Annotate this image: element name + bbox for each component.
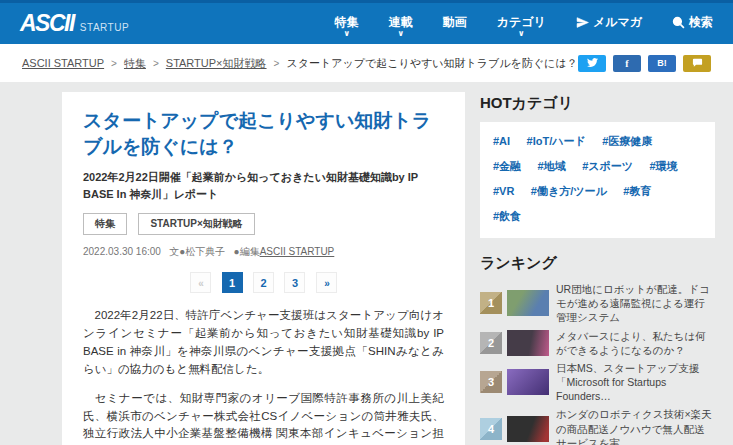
article-title: スタートアップで起こりやすい知財トラブルを防ぐには？	[83, 108, 444, 160]
nav-item-category[interactable]: カテゴリ ∨	[497, 14, 546, 33]
ranking-heading: ランキング	[480, 254, 715, 273]
breadcrumb-series[interactable]: STARTUP×知財戦略	[166, 56, 267, 71]
nav-item-tokushu[interactable]: 特集 ∨	[335, 14, 359, 33]
share-buttons: f B!	[578, 55, 711, 72]
ranking-item-3[interactable]: 3 日本MS、スタートアップ支援「Microsoft for Startups …	[480, 361, 715, 404]
hashtag-iot-hard[interactable]: #IoT/ハード	[527, 134, 586, 149]
hashtag-food[interactable]: #飲食	[493, 209, 521, 224]
article-card: スタートアップで起こりやすい知財トラブルを防ぐには？ 2022年2月22日開催「…	[62, 92, 465, 445]
ascii-startup-logo[interactable]: ASCII STARTUP	[20, 10, 129, 37]
hashtag-vr[interactable]: #VR	[493, 185, 514, 197]
breadcrumb-separator: >	[274, 58, 280, 69]
twitter-bird-icon	[587, 57, 598, 70]
editor-link[interactable]: ASCII STARTUP	[260, 246, 335, 257]
editor-prefix: ●編集	[234, 246, 260, 257]
sidebar: HOTカテゴリ #AI #IoT/ハード #医療健康 #金融 #地域 #スポーツ…	[480, 92, 715, 445]
rank-badge: 1	[480, 292, 502, 314]
tag-startup-chizai[interactable]: STARTUP×知財戦略	[138, 213, 254, 235]
hashtag-environment[interactable]: #環境	[650, 159, 678, 174]
hashtag-medical[interactable]: #医療健康	[602, 134, 652, 149]
breadcrumb-home[interactable]: ASCII STARTUP	[22, 57, 104, 69]
article-paragraph: 2022年2月22日、特許庁ベンチャー支援班はスタートアップ向けオンラインセミナ…	[83, 307, 444, 378]
ranking-thumbnail	[507, 416, 549, 442]
rank-badge: 3	[480, 371, 502, 393]
article-subtitle: 2022年2月22日開催「起業前から知っておきたい知財基礎知識by IP BAS…	[83, 169, 444, 202]
pagination-page-1[interactable]: 1	[222, 272, 243, 293]
hashtag-workstyle[interactable]: #働き方/ツール	[531, 184, 607, 199]
facebook-f-icon: f	[625, 58, 628, 69]
tag-tokushu[interactable]: 特集	[83, 213, 127, 235]
page-content: スタートアップで起こりやすい知財トラブルを防ぐには？ 2022年2月22日開催「…	[0, 82, 733, 445]
pagination-next-button[interactable]: »	[316, 272, 337, 293]
facebook-share-button[interactable]: f	[613, 55, 641, 72]
comment-bubble-icon	[692, 57, 703, 70]
pagination-page-3[interactable]: 3	[284, 272, 305, 293]
chevron-down-icon: ∨	[344, 29, 351, 38]
hashtag-region[interactable]: #地域	[538, 159, 566, 174]
ranking-thumbnail	[507, 330, 549, 356]
ranking-item-2[interactable]: 2 メタバースにより、私たちは何ができるようになるのか？	[480, 329, 715, 357]
hot-category-box: #AI #IoT/ハード #医療健康 #金融 #地域 #スポーツ #環境 #VR…	[480, 122, 715, 238]
author-credit: 文●松下典子	[169, 246, 225, 257]
ranking-item-title: UR団地にロボットが配達。ドコモが進める遠隔監視による運行管理システム	[556, 282, 715, 325]
paper-plane-icon	[576, 16, 589, 29]
hashtag-sports[interactable]: #スポーツ	[582, 159, 633, 174]
nav-item-rensai[interactable]: 連載 ∨	[389, 14, 413, 33]
hatena-share-button[interactable]: B!	[648, 55, 676, 72]
logo-subtext: STARTUP	[80, 22, 129, 33]
hashtag-finance[interactable]: #金融	[493, 159, 521, 174]
hashtag-ai[interactable]: #AI	[493, 135, 510, 147]
article-meta: 2022.03.30 16:00 文●松下典子 ●編集ASCII STARTUP	[83, 245, 444, 259]
main-nav: 特集 ∨ 連載 ∨ 動画 カテゴリ ∨ メルマガ 検索	[335, 14, 713, 33]
hashtag-education[interactable]: #教育	[623, 184, 651, 199]
ranking-item-title: メタバースにより、私たちは何ができるようになるのか？	[556, 329, 715, 357]
ranking-thumbnail	[507, 290, 549, 316]
breadcrumb-separator: >	[153, 58, 159, 69]
breadcrumb-tokushu[interactable]: 特集	[124, 56, 146, 71]
comment-share-button[interactable]	[683, 55, 711, 72]
ranking-item-title: ホンダのロボティクス技術×楽天の商品配送ノウハウで無人配送サービスを実…	[556, 407, 715, 445]
ranking-thumbnail	[507, 369, 549, 395]
search-icon	[672, 16, 685, 29]
ranking-item-4[interactable]: 4 ホンダのロボティクス技術×楽天の商品配送ノウハウで無人配送サービスを実…	[480, 407, 715, 445]
chevron-down-icon: ∨	[518, 29, 525, 38]
breadcrumb-bar: ASCII STARTUP > 特集 > STARTUP×知財戦略 > スタート…	[0, 44, 733, 82]
article-tags: 特集 STARTUP×知財戦略	[83, 213, 444, 235]
ranking-item-title: 日本MS、スタートアップ支援「Microsoft for Startups Fo…	[556, 361, 715, 404]
hatena-b-icon: B!	[657, 58, 667, 68]
pagination-prev-button[interactable]: «	[190, 272, 211, 293]
article-paragraph: セミナーでは、知財専門家のオリーブ国際特許事務所の川上美紀氏、横浜市のベンチャー…	[83, 390, 444, 445]
site-header: ASCII STARTUP 特集 ∨ 連載 ∨ 動画 カテゴリ ∨ メルマガ	[0, 3, 733, 44]
rank-badge: 2	[480, 332, 502, 354]
breadcrumb-current: スタートアップで起こりやすい知財トラブルを防ぐには？	[286, 56, 577, 71]
breadcrumb-separator: >	[111, 58, 117, 69]
nav-item-douga[interactable]: 動画	[443, 14, 467, 33]
nav-item-mailmag[interactable]: メルマガ	[576, 14, 642, 33]
logo-text: ASCII	[20, 10, 74, 37]
rank-badge: 4	[480, 418, 502, 440]
hot-category-heading: HOTカテゴリ	[480, 94, 715, 113]
publish-datetime: 2022.03.30 16:00	[83, 246, 161, 257]
ranking-list: 1 UR団地にロボットが配達。ドコモが進める遠隔監視による運行管理システム 2 …	[480, 282, 715, 445]
chevron-down-icon: ∨	[398, 29, 405, 38]
nav-item-search[interactable]: 検索	[672, 14, 713, 33]
pagination-page-2[interactable]: 2	[253, 272, 274, 293]
pagination: « 1 2 3 »	[83, 272, 444, 293]
twitter-share-button[interactable]	[578, 55, 606, 72]
ranking-item-1[interactable]: 1 UR団地にロボットが配達。ドコモが進める遠隔監視による運行管理システム	[480, 282, 715, 325]
